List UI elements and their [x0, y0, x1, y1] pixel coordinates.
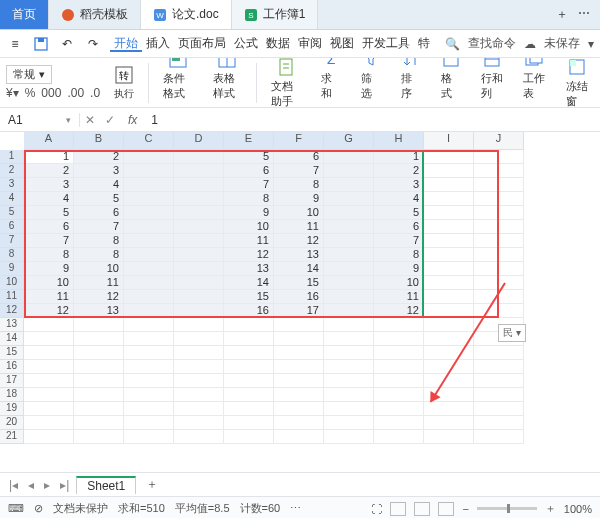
cell[interactable]	[474, 388, 524, 402]
cell[interactable]	[324, 220, 374, 234]
cell[interactable]	[124, 318, 174, 332]
row-header[interactable]: 5	[0, 206, 24, 220]
cell[interactable]: 13	[74, 304, 124, 318]
cell[interactable]	[324, 374, 374, 388]
add-sheet-button[interactable]: ＋	[140, 476, 164, 493]
cell[interactable]	[174, 262, 224, 276]
cell[interactable]	[224, 346, 274, 360]
cell[interactable]	[124, 234, 174, 248]
cell[interactable]	[224, 402, 274, 416]
cell[interactable]: 11	[274, 220, 324, 234]
cell[interactable]	[324, 150, 374, 164]
cell[interactable]	[274, 402, 324, 416]
format-button[interactable]: 格式▾	[435, 58, 467, 108]
cell[interactable]: 7	[274, 164, 324, 178]
conditional-format-button[interactable]: 条件格式▾	[157, 58, 199, 108]
cell[interactable]	[124, 332, 174, 346]
cell[interactable]	[74, 402, 124, 416]
cell[interactable]	[324, 248, 374, 262]
cell[interactable]	[324, 178, 374, 192]
cell[interactable]: 2	[374, 164, 424, 178]
cell[interactable]	[124, 276, 174, 290]
cell[interactable]	[324, 304, 374, 318]
table-style-button[interactable]: 表格样式▾	[207, 58, 249, 108]
cell[interactable]	[324, 262, 374, 276]
cell[interactable]: 11	[24, 290, 74, 304]
cell[interactable]: 9	[274, 192, 324, 206]
row-header[interactable]: 1	[0, 150, 24, 164]
cell[interactable]: 14	[224, 276, 274, 290]
cell[interactable]	[24, 318, 74, 332]
col-header[interactable]: J	[474, 132, 524, 150]
cell[interactable]	[224, 416, 274, 430]
ribbon-item-2[interactable]: 页面布局	[174, 36, 230, 50]
cell[interactable]	[124, 206, 174, 220]
cell[interactable]	[124, 430, 174, 444]
cell[interactable]: 5	[224, 150, 274, 164]
cell[interactable]	[274, 374, 324, 388]
type-convert-button[interactable]: 转 执行	[108, 65, 140, 101]
cell[interactable]	[224, 388, 274, 402]
cell[interactable]: 6	[74, 206, 124, 220]
row-header[interactable]: 21	[0, 430, 24, 444]
cell[interactable]: 6	[374, 220, 424, 234]
cell[interactable]	[174, 234, 224, 248]
doc-helper-button[interactable]: 文档助手	[265, 58, 307, 108]
cell[interactable]	[224, 318, 274, 332]
cell[interactable]	[124, 304, 174, 318]
cell[interactable]	[474, 374, 524, 388]
tab-workbook[interactable]: S 工作簿1	[232, 0, 319, 29]
cell[interactable]	[424, 346, 474, 360]
cell[interactable]: 13	[274, 248, 324, 262]
cell[interactable]	[24, 430, 74, 444]
cell[interactable]	[174, 402, 224, 416]
row-header[interactable]: 19	[0, 402, 24, 416]
cell[interactable]	[474, 220, 524, 234]
cell[interactable]	[474, 402, 524, 416]
cell[interactable]: 6	[224, 164, 274, 178]
cell[interactable]	[474, 206, 524, 220]
zoom-level[interactable]: 100%	[564, 503, 592, 515]
cell[interactable]	[474, 416, 524, 430]
col-header[interactable]: I	[424, 132, 474, 150]
cell[interactable]: 8	[24, 248, 74, 262]
cell[interactable]: 3	[24, 178, 74, 192]
cell[interactable]	[324, 192, 374, 206]
cell[interactable]: 13	[224, 262, 274, 276]
currency-button[interactable]: ¥▾	[6, 86, 19, 100]
redo-icon[interactable]: ↷	[84, 35, 102, 53]
col-header[interactable]: A	[24, 132, 74, 150]
cell[interactable]: 10	[274, 206, 324, 220]
cell[interactable]	[474, 304, 524, 318]
row-header[interactable]: 10	[0, 276, 24, 290]
col-header[interactable]: F	[274, 132, 324, 150]
cell[interactable]	[174, 318, 224, 332]
confirm-icon[interactable]: ✓	[100, 113, 120, 127]
cell[interactable]: 14	[274, 262, 324, 276]
cell[interactable]	[474, 346, 524, 360]
cell[interactable]: 9	[374, 262, 424, 276]
sheet-nav-last[interactable]: ▸|	[57, 478, 72, 492]
cell[interactable]	[424, 220, 474, 234]
cell[interactable]: 12	[24, 304, 74, 318]
cell[interactable]	[374, 318, 424, 332]
cancel-icon[interactable]: ✕	[80, 113, 100, 127]
cell[interactable]: 10	[74, 262, 124, 276]
cell[interactable]	[424, 430, 474, 444]
cell[interactable]	[24, 402, 74, 416]
cell[interactable]	[74, 416, 124, 430]
cell[interactable]	[124, 388, 174, 402]
ribbon-item-1[interactable]: 插入	[142, 36, 174, 50]
cell[interactable]: 12	[224, 248, 274, 262]
cell[interactable]	[174, 220, 224, 234]
undo-icon[interactable]: ↶	[58, 35, 76, 53]
zoom-out-button[interactable]: −	[462, 503, 468, 515]
cell[interactable]	[224, 430, 274, 444]
view-break-button[interactable]	[438, 502, 454, 516]
cell[interactable]: 12	[274, 234, 324, 248]
cell[interactable]: 15	[274, 276, 324, 290]
sheet-tab-active[interactable]: Sheet1	[76, 476, 136, 494]
row-header[interactable]: 12	[0, 304, 24, 318]
cell[interactable]	[474, 164, 524, 178]
cell[interactable]	[24, 360, 74, 374]
